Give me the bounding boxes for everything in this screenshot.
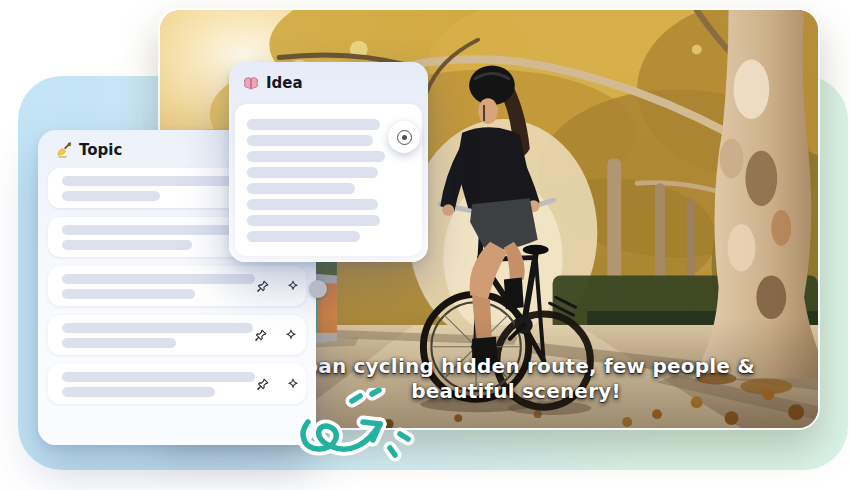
sparkle-icon[interactable] xyxy=(286,279,300,293)
topic-row xyxy=(48,266,306,306)
skeleton-line xyxy=(62,240,192,250)
pin-icon[interactable] xyxy=(255,279,269,293)
idea-lines xyxy=(247,119,410,242)
skeleton-line xyxy=(247,183,355,194)
skeleton-line xyxy=(62,289,195,299)
skeleton-line xyxy=(62,372,255,382)
bike-helmet xyxy=(469,65,515,105)
skeleton-line xyxy=(62,338,176,348)
pin-icon[interactable] xyxy=(253,328,267,342)
skeleton-line xyxy=(62,274,255,284)
drag-dot[interactable] xyxy=(309,280,327,298)
writing-hand-icon xyxy=(56,142,72,158)
skeleton-line xyxy=(247,119,380,130)
hero-composition: MS BO xyxy=(0,0,850,490)
topic-row xyxy=(48,364,306,404)
record-dot-icon xyxy=(397,130,412,145)
topic-row xyxy=(48,315,306,355)
brain-icon xyxy=(243,75,259,91)
skeleton-line xyxy=(62,323,253,333)
record-dot-button[interactable] xyxy=(388,121,420,153)
skeleton-line xyxy=(62,387,215,397)
skeleton-line xyxy=(62,176,238,186)
idea-card: Idea xyxy=(229,62,428,262)
pin-icon[interactable] xyxy=(255,377,269,391)
idea-card-header: Idea xyxy=(229,62,428,92)
topic-card-title: Topic xyxy=(79,141,122,159)
skeleton-line xyxy=(62,225,232,235)
skeleton-line xyxy=(247,215,380,226)
skeleton-line xyxy=(247,199,378,210)
idea-card-title: Idea xyxy=(266,74,303,92)
skeleton-line xyxy=(62,191,160,201)
skeleton-line xyxy=(247,135,373,146)
sparkle-icon[interactable] xyxy=(284,328,298,342)
skeleton-line xyxy=(247,151,385,162)
skeleton-line xyxy=(247,231,360,242)
teal-arrow-doodle xyxy=(296,388,428,466)
skeleton-line xyxy=(247,167,378,178)
